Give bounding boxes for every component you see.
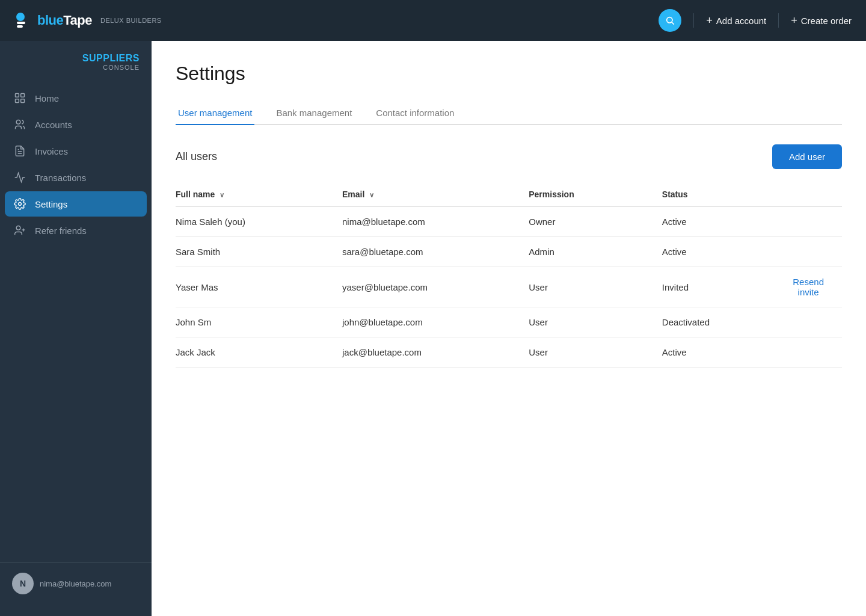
tab-contact-information[interactable]: Contact information [373, 102, 456, 125]
accounts-icon [13, 118, 26, 131]
sidebar-item-invoices[interactable]: Invoices [5, 138, 147, 164]
invoices-icon [13, 144, 26, 158]
sidebar-item-home[interactable]: Home [5, 85, 147, 111]
sidebar-sublabel: CONSOLE [12, 64, 140, 71]
resend-invite-button[interactable]: Resend invite [782, 277, 835, 297]
cell-permission: Owner [529, 207, 662, 237]
cell-email: yaser@bluetape.com [342, 267, 529, 307]
table-header-row: Full name ∨ Email ∨ Permission Status [176, 183, 842, 207]
table-row: John Smjohn@bluetape.comUserDeactivated [176, 307, 842, 337]
sidebar-item-refer-label: Refer friends [35, 226, 87, 236]
col-header-email[interactable]: Email ∨ [342, 183, 529, 207]
svg-rect-1 [17, 22, 25, 24]
cell-email: jack@bluetape.com [342, 337, 529, 368]
sidebar-item-accounts[interactable]: Accounts [5, 112, 147, 137]
cell-status: Invited [662, 267, 782, 307]
table-row: Sara Smithsara@bluetape.comAdminActive [176, 237, 842, 267]
svg-line-4 [672, 22, 674, 25]
all-users-title: All users [176, 150, 217, 163]
svg-point-9 [16, 120, 20, 125]
add-account-label: Add account [716, 16, 766, 26]
svg-rect-8 [21, 99, 25, 103]
brand-section: blueTape DELUX BUILDERS [14, 11, 649, 30]
cell-status: Active [662, 207, 782, 237]
logo-icon [14, 11, 34, 30]
col-header-permission: Permission [529, 183, 662, 207]
sidebar: SUPPLIERS CONSOLE Home [0, 41, 152, 616]
sidebar-label: SUPPLIERS [12, 53, 140, 64]
cell-status: Deactivated [662, 307, 782, 337]
cell-status: Active [662, 337, 782, 368]
cell-name: Yaser Mas [176, 267, 342, 307]
tab-user-management[interactable]: User management [176, 102, 254, 125]
sidebar-item-invoices-label: Invoices [35, 146, 68, 156]
svg-rect-5 [16, 94, 19, 97]
sort-icon-name: ∨ [220, 191, 224, 199]
svg-point-12 [19, 203, 22, 206]
layout: SUPPLIERS CONSOLE Home [0, 41, 866, 616]
settings-icon [13, 197, 26, 211]
cell-name: Nima Saleh (you) [176, 207, 342, 237]
cell-email: john@bluetape.com [342, 307, 529, 337]
svg-rect-2 [17, 25, 23, 28]
nav-divider [693, 13, 694, 28]
cell-action[interactable]: Resend invite [782, 267, 842, 307]
sidebar-footer: N nima@bluetape.com [0, 562, 152, 604]
cell-name: Jack Jack [176, 337, 342, 368]
svg-point-0 [16, 13, 25, 21]
search-icon [665, 16, 675, 25]
sidebar-item-settings[interactable]: Settings [5, 191, 147, 217]
nav-divider-2 [778, 13, 779, 28]
sidebar-item-settings-label: Settings [35, 199, 67, 209]
cell-email: sara@bluetape.com [342, 237, 529, 267]
cell-permission: User [529, 267, 662, 307]
cell-status: Active [662, 237, 782, 267]
col-header-action [782, 183, 842, 207]
create-order-button[interactable]: + Create order [791, 14, 852, 27]
add-account-button[interactable]: + Add account [706, 14, 766, 27]
cell-action [782, 207, 842, 237]
search-button[interactable] [659, 9, 681, 32]
sidebar-item-transactions[interactable]: Transactions [5, 165, 147, 190]
avatar-initial: N [20, 579, 26, 588]
table-row: Jack Jackjack@bluetape.comUserActive [176, 337, 842, 368]
cell-name: John Sm [176, 307, 342, 337]
create-order-plus-icon: + [791, 14, 797, 27]
create-order-label: Create order [801, 16, 852, 26]
home-icon [13, 91, 26, 105]
sidebar-item-transactions-label: Transactions [35, 173, 86, 183]
topnav-actions: + Add account + Create order [659, 9, 852, 32]
brand-logo: blueTape DELUX BUILDERS [14, 11, 162, 30]
cell-permission: Admin [529, 237, 662, 267]
tab-bank-management[interactable]: Bank management [274, 102, 354, 125]
users-header: All users Add user [176, 144, 842, 169]
table-header: Full name ∨ Email ∨ Permission Status [176, 183, 842, 207]
refer-icon [13, 224, 26, 237]
footer-email: nima@bluetape.com [40, 579, 111, 588]
add-account-plus-icon: + [706, 14, 713, 27]
sidebar-nav: Home Accounts [0, 85, 152, 558]
sort-icon-email: ∨ [369, 191, 374, 199]
cell-permission: User [529, 307, 662, 337]
topnav: blueTape DELUX BUILDERS + Add account + … [0, 0, 866, 41]
table-row: Yaser Masyaser@bluetape.comUserInvitedRe… [176, 267, 842, 307]
cell-email: nima@bluetape.com [342, 207, 529, 237]
brand-subtitle: DELUX BUILDERS [100, 17, 162, 24]
main-content: Settings User management Bank management… [152, 41, 866, 616]
col-header-status: Status [662, 183, 782, 207]
table-row: Nima Saleh (you)nima@bluetape.comOwnerAc… [176, 207, 842, 237]
users-tbody: Nima Saleh (you)nima@bluetape.comOwnerAc… [176, 207, 842, 368]
users-table: Full name ∨ Email ∨ Permission Status Ni… [176, 183, 842, 368]
cell-permission: User [529, 337, 662, 368]
cell-action [782, 237, 842, 267]
sidebar-item-refer[interactable]: Refer friends [5, 218, 147, 243]
add-user-button[interactable]: Add user [772, 144, 842, 169]
sidebar-item-accounts-label: Accounts [35, 120, 72, 130]
sidebar-item-home-label: Home [35, 93, 59, 103]
cell-action [782, 307, 842, 337]
cell-action [782, 337, 842, 368]
brand-name: blueTape [37, 13, 92, 28]
svg-point-3 [667, 17, 672, 23]
settings-tabs: User management Bank management Contact … [176, 102, 842, 125]
col-header-name[interactable]: Full name ∨ [176, 183, 342, 207]
